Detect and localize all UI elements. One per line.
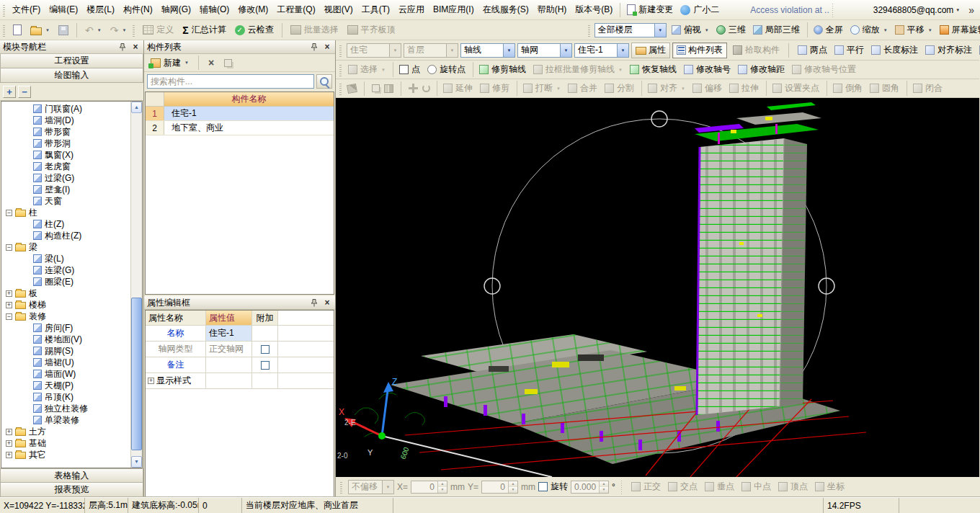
property-value[interactable]: 正交轴网	[206, 342, 252, 357]
collapse-all-button[interactable]: −	[18, 86, 31, 98]
menu-item[interactable]: BIM应用(I)	[429, 4, 478, 16]
combo-arrow-icon[interactable]	[382, 481, 393, 494]
delete-component-button[interactable]: ×	[205, 56, 218, 69]
open-file-button[interactable]: ▼	[27, 24, 53, 37]
tree-item[interactable]: 单梁装修	[1, 414, 130, 426]
mirror-icon[interactable]	[384, 84, 393, 93]
toolbar-grip[interactable]	[588, 24, 590, 37]
menu-item[interactable]: 帮助(H)	[533, 4, 571, 16]
save-button[interactable]	[55, 24, 72, 37]
menu-item[interactable]: 轴网(G)	[157, 4, 195, 16]
tree-expander-icon[interactable]	[6, 440, 12, 447]
property-value[interactable]	[206, 373, 252, 388]
toolbar-grip[interactable]	[339, 44, 342, 57]
edit-tool-button[interactable]: 合并	[564, 81, 601, 96]
dimension-tool-button[interactable]: 平行	[831, 43, 868, 58]
rotate-icon[interactable]	[422, 84, 430, 92]
report-preview-button[interactable]: 报表预览	[0, 483, 143, 497]
dimension-tool-button[interactable]: 两点	[794, 43, 831, 58]
snap-mode-button[interactable]: 顶点	[775, 479, 811, 494]
edit-tool-button[interactable]: 延伸	[437, 81, 476, 96]
tree-item[interactable]: 连梁(G)	[1, 264, 130, 276]
view-toolbar-button[interactable]: 缩放	[847, 22, 891, 37]
3d-viewport[interactable]: X Z Y 2-E 2-0 600	[336, 98, 979, 477]
tree-item[interactable]: 带形洞	[1, 138, 130, 149]
tree-item[interactable]: 柱	[1, 207, 130, 218]
snap-mode-button[interactable]: 正交	[628, 479, 664, 494]
axis-tool-button[interactable]: 恢复轴线	[626, 62, 680, 77]
tree-expander-icon[interactable]	[6, 244, 12, 251]
property-value[interactable]	[206, 357, 252, 373]
context-combo[interactable]: 住宅-1	[574, 43, 629, 58]
axis-tool-button[interactable]: 拉框批量修剪轴线	[530, 62, 626, 77]
toolbar-grip[interactable]	[339, 63, 342, 76]
tree-item[interactable]: 梁(L)	[1, 253, 130, 264]
menu-item[interactable]: 视图(V)	[320, 4, 357, 16]
attributes-button[interactable]: 属性	[631, 43, 670, 58]
copy-component-button[interactable]	[220, 58, 236, 68]
tree-item[interactable]: 带形窗	[1, 126, 130, 138]
tree-expander-icon[interactable]	[6, 429, 12, 435]
menu-item[interactable]: 在线服务(S)	[478, 4, 533, 16]
snap-mode-button[interactable]: 中点	[738, 479, 775, 494]
context-combo[interactable]: 住宅	[347, 43, 401, 58]
tree-expander-icon[interactable]	[6, 313, 12, 320]
axis-tool-button[interactable]: 点	[393, 62, 424, 77]
offset-combo[interactable]: 不偏移	[348, 480, 394, 494]
new-change-button[interactable]: 新建变更	[623, 2, 677, 17]
tree-item[interactable]: 天窗	[1, 195, 130, 207]
context-combo[interactable]: 轴网	[517, 43, 572, 58]
tree-item[interactable]: 吊顶(K)	[1, 391, 130, 403]
tree-item[interactable]: 圈梁(E)	[1, 276, 130, 287]
toolbar-grip[interactable]	[133, 24, 135, 37]
tree-expander-icon[interactable]	[6, 302, 12, 308]
move-icon[interactable]	[409, 84, 418, 93]
snap-mode-button[interactable]: 垂点	[701, 479, 738, 494]
y-offset-spinner[interactable]: 0 ▲▼	[481, 481, 518, 494]
expand-all-button[interactable]: +	[3, 86, 16, 98]
combo-arrow-icon[interactable]	[446, 44, 458, 57]
tree-expander-icon[interactable]	[6, 290, 12, 297]
tree-scrollbar[interactable]: ▲ ▼	[130, 102, 142, 468]
edit-tool-button[interactable]: 倒角	[827, 81, 866, 96]
attach-checkbox[interactable]	[261, 361, 270, 370]
snap-mode-button[interactable]: 交点	[664, 479, 701, 494]
close-icon[interactable]: ×	[322, 298, 332, 308]
close-icon[interactable]: ×	[322, 42, 332, 52]
toolbar-grip[interactable]	[3, 24, 5, 37]
tree-item[interactable]: 过梁(G)	[1, 172, 130, 184]
tree-item[interactable]: 天棚(P)	[1, 380, 130, 391]
tree-item[interactable]: 构造柱(Z)	[1, 230, 130, 241]
dimension-tool-button[interactable]: 长度标注	[868, 43, 922, 58]
pin-icon[interactable]	[117, 42, 128, 52]
x-offset-spinner[interactable]: 0 ▲▼	[411, 481, 447, 494]
tree-item[interactable]: 基础	[1, 437, 130, 449]
tree-item[interactable]: 壁龛(I)	[1, 184, 130, 195]
cloud-check-button[interactable]: 云检查	[231, 22, 277, 37]
new-component-button[interactable]: 新建	[147, 55, 192, 71]
pin-icon[interactable]	[309, 42, 319, 52]
axis-tool-button[interactable]: 旋转点	[424, 62, 469, 77]
component-search-input[interactable]	[147, 74, 314, 89]
tree-item[interactable]: 老虎窗	[1, 161, 130, 172]
axis-tool-button[interactable]: 修改轴距	[734, 62, 788, 77]
scrollbar-thumb[interactable]	[131, 298, 142, 450]
component-list-button[interactable]: 构件列表	[672, 43, 727, 58]
tree-item[interactable]: 板	[1, 287, 130, 299]
snap-mode-button[interactable]: 坐标	[811, 479, 848, 494]
combo-arrow-icon[interactable]	[617, 44, 628, 57]
tree-item[interactable]: 楼梯	[1, 299, 130, 311]
property-row[interactable]: 备注	[146, 357, 334, 373]
menu-item[interactable]: 构件(N)	[119, 4, 157, 16]
tree-expander-icon[interactable]	[6, 210, 12, 216]
undo-button[interactable]: ↶▼	[81, 24, 105, 37]
edit-tool-button[interactable]: 闭合	[906, 81, 946, 96]
edit-tool-button[interactable]: 分割	[601, 81, 638, 96]
property-row[interactable]: 显示样式	[146, 373, 334, 389]
new-file-button[interactable]	[9, 23, 25, 37]
pin-icon[interactable]	[309, 298, 319, 308]
menu-item[interactable]: 楼层(L)	[82, 4, 119, 16]
edit-tool-button[interactable]: 设置夹点	[766, 81, 823, 96]
edit-tool-button[interactable]: 打断	[517, 81, 564, 96]
assistant-button[interactable]: 广小二	[677, 2, 723, 17]
